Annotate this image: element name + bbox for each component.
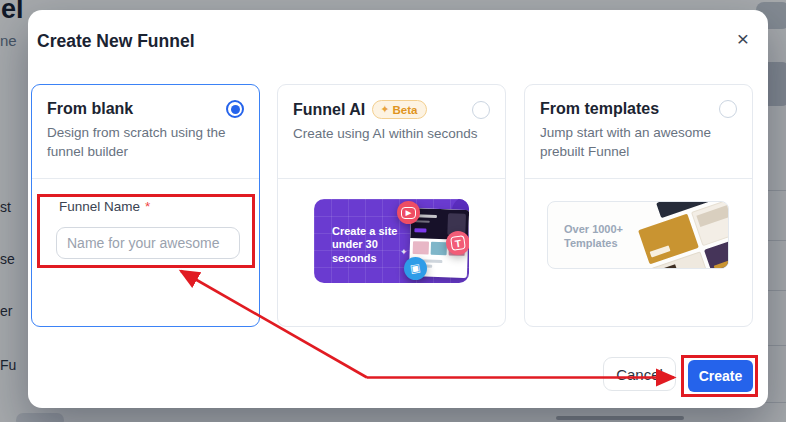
text-tool-icon: T [446,231,469,255]
option-title: Funnel AI [293,101,365,119]
thumbnail-caption: Over 1000+ Templates [564,223,636,251]
play-icon: ▶ [397,201,420,224]
card-header: From templates Jump start with an awesom… [525,85,752,179]
create-new-funnel-modal: Create New Funnel × From blank Design fr… [28,10,768,408]
funnel-ai-thumbnail: ✦ ✦ Create a site under 30 seconds ▶ T ▣ [314,199,469,283]
card-header: Funnel AI ✦ Beta Create using AI within … [278,85,505,179]
card-header: From blank Design from scratch using the… [32,85,259,179]
option-card-from-templates[interactable]: From templates Jump start with an awesom… [524,84,753,327]
funnel-name-label: Funnel Name* [59,199,150,214]
thumbnail-caption: Create a site under 30 seconds [332,225,408,265]
screen: el ne st se er Fu Create New Funnel × Fr… [0,0,786,422]
beta-badge: ✦ Beta [372,100,427,119]
radio-funnel-ai[interactable] [472,101,490,119]
image-icon: ▣ [404,257,427,280]
close-icon[interactable]: × [728,24,758,54]
radio-from-blank[interactable] [226,100,244,118]
option-card-funnel-ai[interactable]: Funnel AI ✦ Beta Create using AI within … [277,84,506,327]
templates-thumbnail: Over 1000+ Templates [547,201,729,269]
option-description: Design from scratch using the funnel bui… [47,124,247,162]
sparkle-icon: ✦ [380,103,389,116]
required-asterisk: * [145,199,150,214]
radio-from-templates[interactable] [719,100,737,118]
funnel-name-input[interactable] [56,227,240,259]
create-button[interactable]: Create [688,360,753,392]
cancel-button[interactable]: Cancel [603,357,676,391]
option-description: Jump start with an awesome prebuilt Funn… [540,124,740,162]
option-description: Create using AI within seconds [293,125,493,144]
option-title: From blank [47,100,133,118]
modal-title: Create New Funnel [37,31,195,52]
option-title: From templates [540,100,659,118]
option-card-from-blank[interactable]: From blank Design from scratch using the… [31,84,260,327]
